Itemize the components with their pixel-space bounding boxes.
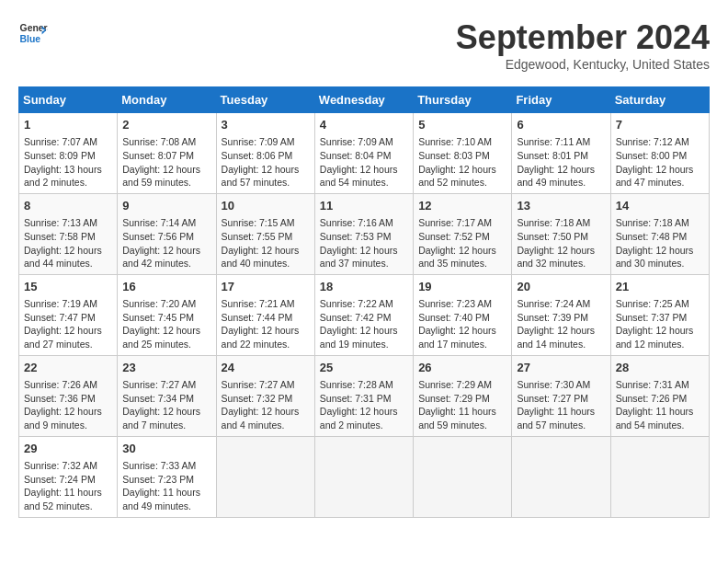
calendar-week-row: 22Sunrise: 7:26 AMSunset: 7:36 PMDayligh… <box>19 355 710 436</box>
calendar-cell: 8Sunrise: 7:13 AMSunset: 7:58 PMDaylight… <box>19 193 118 274</box>
calendar-cell: 17Sunrise: 7:21 AMSunset: 7:44 PMDayligh… <box>216 274 314 355</box>
calendar-cell: 30Sunrise: 7:33 AMSunset: 7:23 PMDayligh… <box>118 436 216 517</box>
calendar-cell: 5Sunrise: 7:10 AMSunset: 8:03 PMDaylight… <box>414 113 512 194</box>
sunset-text: Sunset: 8:09 PM <box>24 150 96 161</box>
sunset-text: Sunset: 7:52 PM <box>418 231 490 242</box>
sunrise-text: Sunrise: 7:20 AM <box>122 298 196 309</box>
calendar-cell <box>610 436 709 517</box>
location-title: Edgewood, Kentucky, United States <box>456 57 710 72</box>
calendar-cell: 3Sunrise: 7:09 AMSunset: 8:06 PMDaylight… <box>216 113 314 194</box>
sunset-text: Sunset: 8:00 PM <box>616 150 688 161</box>
day-number: 12 <box>418 198 506 214</box>
sunset-text: Sunset: 7:34 PM <box>122 393 194 404</box>
month-title: September 2024 <box>456 18 710 57</box>
sunset-text: Sunset: 8:07 PM <box>122 150 194 161</box>
day-number: 2 <box>122 117 210 133</box>
calendar-cell: 14Sunrise: 7:18 AMSunset: 7:48 PMDayligh… <box>610 193 709 274</box>
sunrise-text: Sunrise: 7:18 AM <box>616 217 689 228</box>
sunrise-text: Sunrise: 7:08 AM <box>122 136 196 147</box>
sunrise-text: Sunrise: 7:12 AM <box>616 136 689 147</box>
daylight-text: Daylight: 12 hours and 17 minutes. <box>418 325 496 350</box>
daylight-text: Daylight: 12 hours and 12 minutes. <box>616 325 694 350</box>
sunset-text: Sunset: 7:58 PM <box>24 231 96 242</box>
sunset-text: Sunset: 7:37 PM <box>616 312 688 323</box>
daylight-text: Daylight: 12 hours and 19 minutes. <box>320 325 398 350</box>
sunset-text: Sunset: 7:55 PM <box>222 231 293 242</box>
day-number: 20 <box>517 279 605 295</box>
calendar-cell: 18Sunrise: 7:22 AMSunset: 7:42 PMDayligh… <box>314 274 413 355</box>
calendar-cell: 9Sunrise: 7:14 AMSunset: 7:56 PMDaylight… <box>118 193 216 274</box>
day-number: 22 <box>24 360 112 376</box>
sunrise-text: Sunrise: 7:27 AM <box>122 379 196 390</box>
sunrise-text: Sunrise: 7:11 AM <box>517 136 590 147</box>
daylight-text: Daylight: 12 hours and 59 minutes. <box>122 164 200 189</box>
daylight-text: Daylight: 11 hours and 57 minutes. <box>517 406 595 431</box>
sunset-text: Sunset: 8:06 PM <box>222 150 293 161</box>
daylight-text: Daylight: 12 hours and 14 minutes. <box>517 325 595 350</box>
sunset-text: Sunset: 8:03 PM <box>418 150 490 161</box>
sunset-text: Sunset: 7:32 PM <box>222 393 293 404</box>
sunset-text: Sunset: 7:39 PM <box>517 312 588 323</box>
sunset-text: Sunset: 7:24 PM <box>24 474 96 485</box>
calendar-cell: 21Sunrise: 7:25 AMSunset: 7:37 PMDayligh… <box>610 274 709 355</box>
calendar-cell <box>414 436 512 517</box>
sunset-text: Sunset: 7:53 PM <box>320 231 392 242</box>
sunrise-text: Sunrise: 7:13 AM <box>24 217 97 228</box>
calendar-table: Sunday Monday Tuesday Wednesday Thursday… <box>18 86 710 518</box>
sunrise-text: Sunrise: 7:27 AM <box>222 379 295 390</box>
day-number: 18 <box>320 279 408 295</box>
daylight-text: Daylight: 12 hours and 35 minutes. <box>418 245 496 270</box>
sunrise-text: Sunrise: 7:30 AM <box>517 379 590 390</box>
sunrise-text: Sunrise: 7:16 AM <box>320 217 393 228</box>
day-number: 25 <box>320 360 408 376</box>
calendar-week-row: 8Sunrise: 7:13 AMSunset: 7:58 PMDaylight… <box>19 193 710 274</box>
day-number: 10 <box>222 198 310 214</box>
day-number: 30 <box>122 441 210 457</box>
day-number: 26 <box>418 360 506 376</box>
day-number: 8 <box>24 198 112 214</box>
daylight-text: Daylight: 12 hours and 7 minutes. <box>122 406 200 431</box>
col-saturday: Saturday <box>610 87 709 113</box>
title-block: September 2024 Edgewood, Kentucky, Unite… <box>456 18 710 72</box>
calendar-cell: 11Sunrise: 7:16 AMSunset: 7:53 PMDayligh… <box>314 193 413 274</box>
daylight-text: Daylight: 12 hours and 2 minutes. <box>320 406 398 431</box>
svg-text:Blue: Blue <box>20 34 41 44</box>
header-row: Sunday Monday Tuesday Wednesday Thursday… <box>19 87 710 113</box>
sunrise-text: Sunrise: 7:14 AM <box>122 217 196 228</box>
sunrise-text: Sunrise: 7:25 AM <box>616 298 689 309</box>
calendar-cell: 29Sunrise: 7:32 AMSunset: 7:24 PMDayligh… <box>19 436 118 517</box>
day-number: 16 <box>122 279 210 295</box>
calendar-cell <box>216 436 314 517</box>
daylight-text: Daylight: 12 hours and 47 minutes. <box>616 164 694 189</box>
sunrise-text: Sunrise: 7:15 AM <box>222 217 295 228</box>
sunrise-text: Sunrise: 7:29 AM <box>418 379 492 390</box>
sunset-text: Sunset: 8:01 PM <box>517 150 588 161</box>
sunrise-text: Sunrise: 7:26 AM <box>24 379 97 390</box>
sunset-text: Sunset: 7:36 PM <box>24 393 96 404</box>
calendar-week-row: 1Sunrise: 7:07 AMSunset: 8:09 PMDaylight… <box>19 113 710 194</box>
sunset-text: Sunset: 7:29 PM <box>418 393 490 404</box>
day-number: 5 <box>418 117 506 133</box>
calendar-cell: 4Sunrise: 7:09 AMSunset: 8:04 PMDaylight… <box>314 113 413 194</box>
daylight-text: Daylight: 12 hours and 57 minutes. <box>222 164 300 189</box>
sunset-text: Sunset: 7:48 PM <box>616 231 688 242</box>
sunrise-text: Sunrise: 7:23 AM <box>418 298 492 309</box>
calendar-cell <box>512 436 610 517</box>
day-number: 14 <box>616 198 704 214</box>
daylight-text: Daylight: 12 hours and 54 minutes. <box>320 164 398 189</box>
daylight-text: Daylight: 12 hours and 40 minutes. <box>222 245 300 270</box>
sunset-text: Sunset: 7:42 PM <box>320 312 392 323</box>
daylight-text: Daylight: 12 hours and 30 minutes. <box>616 245 694 270</box>
calendar-cell: 23Sunrise: 7:27 AMSunset: 7:34 PMDayligh… <box>118 355 216 436</box>
calendar-cell: 10Sunrise: 7:15 AMSunset: 7:55 PMDayligh… <box>216 193 314 274</box>
sunset-text: Sunset: 7:45 PM <box>122 312 194 323</box>
sunset-text: Sunset: 8:04 PM <box>320 150 392 161</box>
calendar-cell: 26Sunrise: 7:29 AMSunset: 7:29 PMDayligh… <box>414 355 512 436</box>
calendar-cell: 7Sunrise: 7:12 AMSunset: 8:00 PMDaylight… <box>610 113 709 194</box>
daylight-text: Daylight: 11 hours and 54 minutes. <box>616 406 694 431</box>
day-number: 23 <box>122 360 210 376</box>
calendar-cell: 1Sunrise: 7:07 AMSunset: 8:09 PMDaylight… <box>19 113 118 194</box>
col-friday: Friday <box>512 87 610 113</box>
calendar-cell: 24Sunrise: 7:27 AMSunset: 7:32 PMDayligh… <box>216 355 314 436</box>
calendar-week-row: 15Sunrise: 7:19 AMSunset: 7:47 PMDayligh… <box>19 274 710 355</box>
